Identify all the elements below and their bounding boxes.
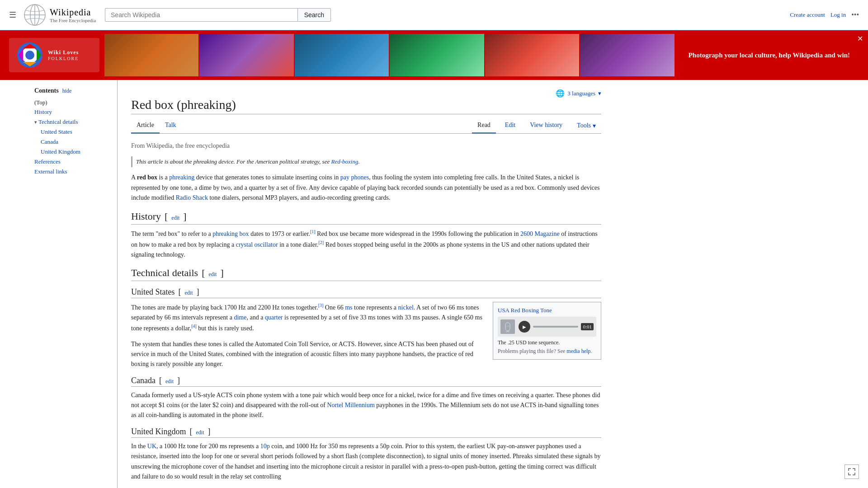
canada-heading-text: Canada [131,376,156,385]
banner-cta-text: Photograph your local culture, help Wiki… [679,46,859,65]
search-button[interactable]: Search [297,8,331,22]
uk-edit-bracket-close: ] [208,427,211,436]
canada-edit-link[interactable]: edit [165,378,174,385]
article-body: From Wikipedia, the free encyclopedia Th… [131,141,601,482]
history-edit-bracket: [ [165,211,168,222]
crystal-oscillator-link[interactable]: crystal oscillator [236,241,278,248]
history-heading-text: History [131,211,161,222]
uk-paragraph: In the UK, a 1000 Hz tone for 200 ms rep… [131,441,601,482]
tab-view-history[interactable]: View history [524,118,568,134]
audio-caption: The .25 USD tone sequence. [498,339,596,346]
toc-link-external[interactable]: External links [34,168,67,175]
audio-problems-text: Problems playing this file? See media he… [498,348,596,355]
media-help-link[interactable]: media help [566,348,590,354]
history-edit-link[interactable]: edit [171,215,179,221]
article-content: 🌐 3 languages ▾ Red box (phreaking) Arti… [118,80,615,488]
ref-4[interactable]: [4] [191,324,197,328]
article-tabs-right: Read Edit View history Tools ▾ [472,118,601,133]
audio-player: ▶ 0:01 [498,317,596,337]
red-boxing-link[interactable]: Red-boxing [331,158,358,165]
menu-icon[interactable]: ☰ [9,10,16,20]
audio-progress-bar[interactable] [533,326,578,328]
toc-item-top[interactable]: (Top) [34,98,117,107]
tools-dropdown[interactable]: Tools ▾ [571,118,601,133]
ref-3[interactable]: [3] [318,303,324,308]
audio-title[interactable]: USA Red Boxing Tone [498,307,596,314]
toc-item-us[interactable]: United States [34,127,117,137]
history-edit-bracket-close: ] [183,211,186,222]
toc-link-uk[interactable]: United Kingdom [41,148,80,155]
tab-talk[interactable]: Talk [160,118,182,134]
toc-item-technical[interactable]: ▾ Technical details [34,117,117,127]
tab-read[interactable]: Read [472,118,496,134]
article-intro: A red box is a phreaking device that gen… [131,173,601,203]
technical-details-edit-link[interactable]: edit [208,271,217,278]
create-account-link[interactable]: Create account [790,11,825,19]
phreaking-box-link[interactable]: phreaking box [212,230,249,237]
nickel-link[interactable]: nickel [398,304,414,311]
canada-edit-bracket: [ [159,376,162,385]
toc-item-history[interactable]: History [34,107,117,117]
toc-title: Contents [34,87,59,94]
article-source: From Wikipedia, the free encyclopedia [131,141,601,151]
phreaking-link[interactable]: phreaking [169,174,194,181]
chevron-down-icon: ▾ [598,90,601,97]
language-selector[interactable]: 🌐 3 languages ▾ [556,89,601,98]
fullscreen-button[interactable] [844,465,859,479]
ms-link[interactable]: ms [345,304,352,311]
uk-edit-link[interactable]: edit [196,429,204,436]
canada-heading: Canada [edit] [131,376,601,387]
logo-text: Wikipedia The Free Encyclopedia [50,7,96,23]
radio-shack-link[interactable]: Radio Shack [176,194,208,201]
toc-header: Contents hide [34,87,117,94]
more-options-icon[interactable]: ••• [851,11,859,19]
banner-logo: Wiki Loves FOLKLORE [9,38,99,72]
language-icon: 🌐 [556,89,565,98]
technical-details-heading: Technical details [edit] [131,267,601,281]
play-button[interactable]: ▶ [519,321,530,333]
us-edit-link[interactable]: edit [185,290,193,296]
tab-edit[interactable]: Edit [500,118,521,134]
logo-link[interactable]: Wikipedia The Free Encyclopedia [24,4,96,26]
toc-hide-button[interactable]: hide [62,88,72,94]
header-right: Create account Log in ••• [790,11,859,19]
banner-image-1 [104,34,198,76]
login-link[interactable]: Log in [830,11,846,19]
toc-item-references[interactable]: References [34,157,117,167]
toc-item-uk[interactable]: United Kingdom [34,147,117,157]
ref-2[interactable]: [2] [318,240,324,245]
toc-link-history[interactable]: History [34,108,52,115]
site-tagline: The Free Encyclopedia [50,18,96,23]
pay-phones-link[interactable]: pay phones [340,174,369,181]
toc-collapse-icon[interactable]: ▾ [34,119,37,125]
nortel-millennium-link[interactable]: Nortel Millennium [327,402,374,408]
banner-close-button[interactable]: ✕ [855,34,864,43]
toc-item-external[interactable]: External links [34,167,117,177]
dime-link[interactable]: dime [234,314,246,321]
main-container: Contents hide (Top) History ▾ Technical … [27,80,841,488]
toc-link-canada[interactable]: Canada [41,138,58,145]
uk-link[interactable]: UK [147,443,156,450]
article-bold-term: red box [137,174,157,181]
2600-magazine-link[interactable]: 2600 Magazine [520,230,560,237]
history-paragraph: The term "red box" to refer to a phreaki… [131,228,601,260]
toc-link-technical[interactable]: Technical details [38,118,78,125]
banner-images [104,34,675,76]
site-name: Wikipedia [50,7,96,18]
toc-link-us[interactable]: United States [41,128,72,135]
search-input[interactable] [105,8,297,22]
canada-paragraph: Canada formerly used a US-style ACTS coi… [131,390,601,421]
wiki-loves-logo-icon [16,42,43,69]
us-heading-text: United States [131,287,175,297]
banner: Wiki Loves FOLKLORE Photograph your loca… [0,30,868,80]
article-tabs: Article Talk Read Edit View history Tool… [131,118,601,134]
svg-point-6 [25,51,34,60]
td-edit-bracket-close: ] [220,267,223,279]
banner-folklore-label: FOLKLORE [48,56,79,61]
10p-link[interactable]: 10p [260,443,270,450]
toc-item-canada[interactable]: Canada [34,137,117,147]
toc-link-references[interactable]: References [34,158,61,165]
ref-1[interactable]: [1] [310,229,316,234]
quarter-link[interactable]: quarter [265,314,283,321]
tab-article[interactable]: Article [131,118,160,134]
